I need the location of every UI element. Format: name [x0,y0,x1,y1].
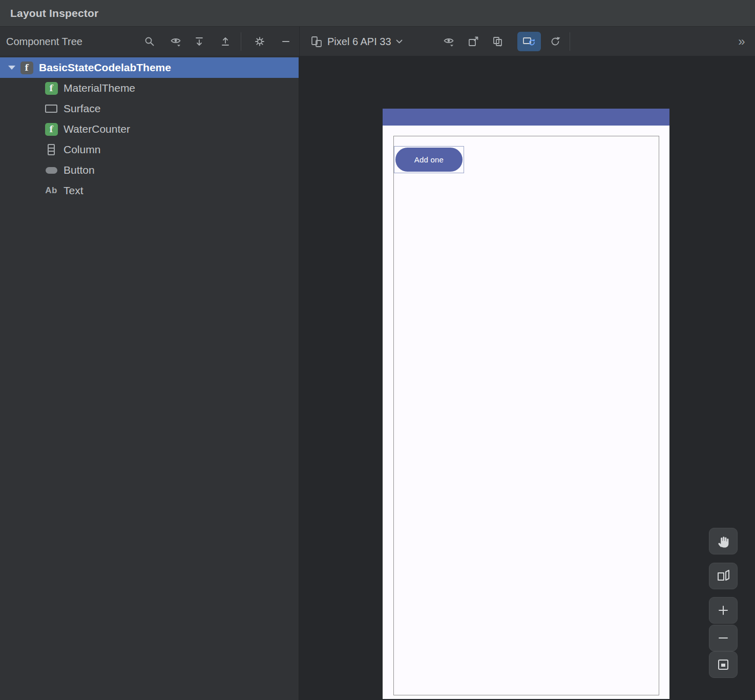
live-updates-toggle[interactable] [517,32,541,51]
live-updates-icon [522,36,536,47]
tree-item-label: WaterCounter [64,123,130,135]
toolbar-separator [299,27,300,56]
tree-item-column[interactable]: Column [0,139,299,160]
tree-item-materialtheme[interactable]: MaterialTheme [0,78,299,98]
zoom-in-button[interactable] [709,597,738,624]
visibility-options-button[interactable] [166,32,185,51]
tree-item-surface[interactable]: Surface [0,98,299,119]
chevron-spacer [29,183,44,198]
expand-all-icon [194,36,205,47]
search-button[interactable] [140,32,159,51]
tree-item-label: MaterialTheme [64,82,135,94]
tree-item-label: Surface [64,102,100,115]
pan-icon [716,533,731,549]
window-title: Layout Inspector [10,0,98,26]
toolbar-overflow-button[interactable]: » [732,33,751,50]
button-selection-bounds: Add one [394,146,464,173]
tree-item-text[interactable]: Text [0,180,299,201]
search-icon [144,36,155,47]
tree-item-label: BasicStateCodelabTheme [39,61,171,74]
settings-icon [254,36,265,47]
tree-item-button[interactable]: Button [0,160,299,180]
zoom-out-button[interactable] [709,625,738,651]
collapse-all-button[interactable] [216,32,235,51]
chevron-spacer [29,121,44,137]
tree-item-watercounter[interactable]: WaterCounter [0,119,299,139]
device-selector[interactable]: Pixel 6 API 33 [306,32,407,51]
chevron-spacer [29,162,44,178]
compose-function-green-icon [44,82,58,95]
collapse-all-icon [220,36,231,47]
chevron-spacer [29,142,44,157]
expand-all-button[interactable] [190,32,208,51]
zoom-to-fit-button[interactable] [709,651,738,678]
component-tree-label: Component Tree [6,27,82,56]
zoom-out-icon [716,630,731,646]
main-toolbar: Component Tree [0,27,755,56]
zoom-in-icon [716,603,731,618]
refresh-icon [550,36,561,47]
column-icon [44,144,58,155]
device-icon [310,35,323,48]
compose-function-icon [19,61,34,74]
tree-item-basicstatecodelabtheme[interactable]: BasicStateCodelabTheme [0,57,299,78]
settings-button[interactable] [250,32,269,51]
column-bounds: Add one [393,136,659,695]
rotate-3d-button[interactable] [709,563,738,589]
snapshot-layers-button[interactable] [489,32,507,51]
expand-chevron-icon[interactable] [4,60,19,75]
screenshot-icon [468,36,479,47]
window-titlebar: Layout Inspector [0,0,755,27]
view-options-icon [443,36,454,47]
tree-item-label: Column [64,143,100,156]
zoom-to-fit-icon [716,657,731,672]
text-icon [44,186,58,196]
chevron-down-icon [396,39,403,44]
tree-item-label: Text [64,184,83,197]
snapshot-layers-icon [492,36,504,47]
button-icon [44,167,58,174]
screenshot-button[interactable] [464,32,483,51]
chevron-spacer [29,101,44,116]
rotate-3d-icon [716,568,731,584]
view-options-button[interactable] [439,32,458,51]
surface-icon [44,105,58,113]
pan-button[interactable] [709,528,738,554]
visibility-options-icon [170,36,181,47]
toolbar-separator [241,32,241,51]
compose-function-green-icon [44,123,58,136]
component-tree: BasicStateCodelabThemeMaterialThemeSurfa… [0,56,299,700]
device-screen[interactable]: Add one [383,109,669,699]
device-render-canvas[interactable]: Add one [300,56,755,700]
hide-panel-icon [280,36,291,47]
hide-panel-button[interactable] [277,32,295,51]
chevron-spacer [29,80,44,96]
device-app-bar [383,109,669,126]
refresh-button[interactable] [546,32,564,51]
tree-item-label: Button [64,164,95,176]
toolbar-separator [570,32,570,51]
add-one-button[interactable]: Add one [395,148,463,172]
device-selector-label: Pixel 6 API 33 [327,36,391,48]
